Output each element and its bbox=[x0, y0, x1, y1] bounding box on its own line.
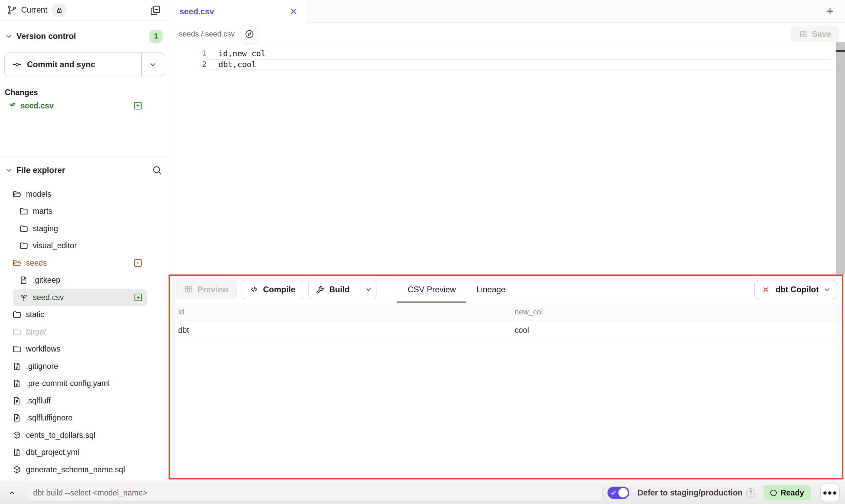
tree-item-visual-editor[interactable]: visual_editor bbox=[0, 237, 168, 255]
file-name: static bbox=[26, 310, 44, 319]
tree-item-workflows[interactable]: workflows bbox=[0, 341, 168, 358]
tree-item-marts[interactable]: marts bbox=[0, 203, 168, 220]
build-label: Build bbox=[329, 285, 349, 294]
commit-and-sync-button[interactable]: Commit and sync bbox=[4, 53, 164, 76]
column-header: id bbox=[178, 308, 515, 316]
file-name: .gitignore bbox=[26, 362, 58, 371]
git-branch-icon bbox=[7, 5, 17, 15]
commit-and-sync-main[interactable]: Commit and sync bbox=[5, 53, 141, 76]
code-line[interactable]: 1 id,new_col bbox=[168, 48, 845, 59]
tree-item-seed-csv[interactable]: seed.csv bbox=[13, 289, 147, 306]
more-options-button[interactable]: ●●● bbox=[820, 484, 840, 502]
defer-toggle[interactable] bbox=[607, 487, 629, 499]
folder-icon bbox=[19, 224, 28, 233]
tree-item-dbt-project[interactable]: dbt_project.yml bbox=[0, 444, 168, 461]
preview-button[interactable]: Preview bbox=[176, 280, 237, 299]
line-text: id,new_col bbox=[218, 49, 266, 58]
copy-icon[interactable] bbox=[149, 4, 161, 16]
folder-icon bbox=[12, 344, 22, 354]
tree-item-gitignore[interactable]: .gitignore bbox=[0, 358, 168, 375]
tab-seed-csv[interactable]: seed.csv ✕ bbox=[168, 0, 307, 23]
dbt-copilot-icon bbox=[761, 284, 771, 295]
file-name: seed.csv bbox=[33, 293, 64, 302]
code-editor[interactable]: 1 id,new_col 2 dbt,cool bbox=[168, 46, 845, 275]
chevron-down-icon bbox=[5, 166, 13, 174]
line-text: dbt,cool bbox=[218, 60, 256, 69]
tab-title: seed.csv bbox=[180, 7, 214, 16]
ready-status-badge[interactable]: Ready bbox=[763, 485, 811, 500]
table-icon bbox=[184, 285, 193, 294]
dbt-copilot-label: dbt Copilot bbox=[775, 285, 819, 294]
tree-item-pre-commit-config[interactable]: .pre-commit-config.yaml bbox=[0, 375, 168, 392]
command-placeholder: dbt build --select <model_name> bbox=[33, 488, 147, 498]
close-tab-icon[interactable]: ✕ bbox=[290, 7, 297, 16]
tree-item-sqlfluff[interactable]: .sqlfluff bbox=[0, 392, 168, 410]
new-tab-button[interactable]: + bbox=[815, 0, 845, 23]
added-file-icon bbox=[133, 292, 143, 302]
file-name: marts bbox=[33, 207, 53, 216]
changed-file-row[interactable]: seed.csv bbox=[0, 97, 168, 114]
tab-lineage[interactable]: Lineage bbox=[466, 276, 516, 303]
file-name: visual_editor bbox=[33, 241, 77, 250]
csv-preview-table: id new_col dbt cool bbox=[170, 303, 842, 340]
save-button[interactable]: Save bbox=[791, 26, 839, 42]
tree-item-staging[interactable]: staging bbox=[0, 220, 168, 237]
file-name: target bbox=[26, 327, 46, 337]
file-tree: models marts staging visual_editor seeds bbox=[0, 186, 168, 478]
status-circle-icon bbox=[770, 490, 777, 496]
file-name: workflows bbox=[26, 344, 60, 354]
file-name: .sqlfluffignore bbox=[26, 413, 72, 423]
table-cell: cool bbox=[515, 326, 842, 335]
commit-icon bbox=[12, 60, 22, 69]
changed-file-name: seed.csv bbox=[20, 101, 54, 110]
branch-row: Current bbox=[0, 0, 168, 20]
command-input[interactable]: dbt build --select <model_name> bbox=[27, 484, 603, 502]
status-bar-right: Defer to staging/production ? Ready ●●● bbox=[607, 481, 840, 504]
file-name: .sqlfluff bbox=[26, 396, 51, 405]
tree-item-sqlfluffignore[interactable]: .sqlfluffignore bbox=[0, 410, 168, 427]
file-explorer-header[interactable]: File explorer bbox=[0, 157, 168, 183]
compile-label: Compile bbox=[263, 285, 296, 294]
file-icon bbox=[19, 276, 28, 285]
tree-item-cents-to-dollars[interactable]: cents_to_dollars.sql bbox=[0, 427, 168, 444]
tree-item-generate-schema-name[interactable]: generate_schema_name.sql bbox=[0, 461, 168, 478]
build-main[interactable]: Build bbox=[309, 280, 356, 299]
file-name: cents_to_dollars.sql bbox=[26, 431, 95, 440]
tree-item-static[interactable]: static bbox=[0, 306, 168, 324]
tree-item-seeds[interactable]: seeds bbox=[0, 254, 168, 272]
folder-open-icon bbox=[12, 190, 22, 199]
line-number: 1 bbox=[168, 48, 206, 59]
search-icon[interactable] bbox=[152, 165, 162, 176]
tree-item-gitkeep[interactable]: .gitkeep bbox=[0, 272, 168, 289]
added-file-icon bbox=[133, 101, 143, 111]
tree-item-target[interactable]: target bbox=[0, 323, 168, 341]
seed-icon bbox=[8, 101, 16, 110]
help-icon[interactable]: ? bbox=[746, 488, 755, 498]
build-button[interactable]: Build bbox=[308, 280, 376, 299]
editor-header: seeds / seed.csv Save bbox=[168, 23, 845, 46]
tab-csv-preview[interactable]: CSV Preview bbox=[397, 276, 466, 303]
compile-button[interactable]: Compile bbox=[242, 280, 303, 299]
editor-scrollbar[interactable] bbox=[836, 42, 845, 275]
dbt-ide-app: Current Version control 1 Commit and syn… bbox=[0, 0, 845, 504]
commit-options-caret[interactable] bbox=[141, 53, 164, 76]
scrollbar-thumb[interactable] bbox=[836, 50, 845, 52]
main-area: seed.csv ✕ + seeds / seed.csv Save 1 id,… bbox=[168, 0, 845, 481]
ready-label: Ready bbox=[780, 488, 804, 498]
model-cube-icon bbox=[12, 431, 22, 440]
version-control-header[interactable]: Version control 1 bbox=[0, 29, 168, 44]
collapse-command-bar-button[interactable] bbox=[0, 481, 24, 504]
lineage-compass-button[interactable] bbox=[240, 25, 259, 43]
file-explorer-title: File explorer bbox=[16, 165, 65, 175]
dbt-copilot-button[interactable]: dbt Copilot bbox=[754, 280, 837, 299]
tab-bar: seed.csv ✕ + bbox=[168, 0, 845, 23]
file-name: staging bbox=[33, 224, 58, 233]
compass-icon bbox=[244, 29, 255, 39]
tree-item-models[interactable]: models bbox=[0, 186, 168, 203]
preview-label: Preview bbox=[198, 285, 229, 294]
build-options-caret[interactable] bbox=[361, 280, 376, 299]
branch-name[interactable]: Current bbox=[21, 5, 47, 15]
code-line-active[interactable]: 2 dbt,cool bbox=[168, 59, 845, 70]
file-name: generate_schema_name.sql bbox=[26, 465, 125, 474]
table-row[interactable]: dbt cool bbox=[170, 321, 842, 340]
